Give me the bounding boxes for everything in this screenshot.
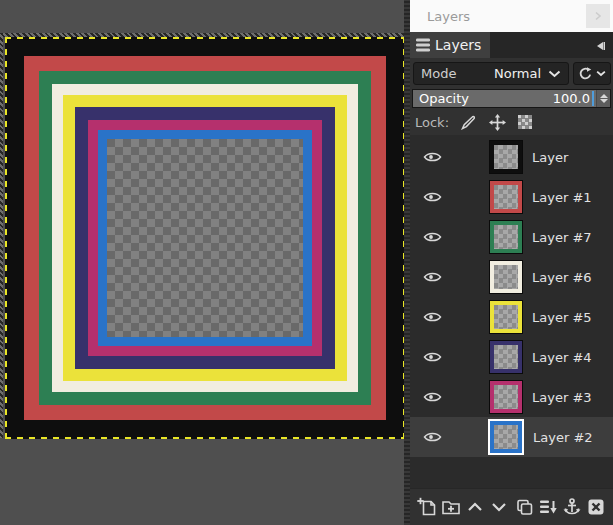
tab-layers[interactable]: Layers [410, 32, 490, 58]
layer-thumbnail[interactable] [489, 260, 523, 294]
eye-icon [423, 271, 442, 283]
layer-row-layer-6[interactable]: Layer #6 [410, 257, 613, 297]
visibility-toggle[interactable] [410, 151, 454, 163]
layer-thumbnail[interactable] [488, 419, 524, 455]
chevron-down-icon [596, 70, 606, 77]
opacity-label: Opacity [419, 91, 553, 106]
layer-boundary-bottom [5, 437, 404, 439]
layer-row-layer-3[interactable]: Layer #3 [410, 377, 613, 417]
dock-corner-button[interactable] [586, 4, 610, 28]
layer-row-layer-5[interactable]: Layer #5 [410, 297, 613, 337]
canvas-frame-4 [63, 95, 347, 381]
merge-down-icon [538, 497, 558, 517]
spin-up-icon [600, 94, 608, 98]
canvas-frame-3 [52, 84, 358, 392]
layer-name: Layer [532, 150, 568, 165]
layer-name: Layer #6 [532, 270, 592, 285]
selection-ants-left [0, 33, 3, 438]
new-layer-button[interactable] [416, 496, 438, 518]
layer-row-layer-7[interactable]: Layer #7 [410, 217, 613, 257]
eye-icon [423, 191, 442, 203]
opacity-slider[interactable]: Opacity 100.0 [412, 89, 611, 108]
lock-alpha-button[interactable] [518, 115, 532, 129]
layer-thumbnail[interactable] [489, 380, 523, 414]
layer-controls: Mode Normal [410, 58, 613, 135]
mode-label: Mode [421, 66, 456, 81]
chevron-down-icon [548, 70, 561, 78]
eye-icon [423, 311, 442, 323]
visibility-toggle[interactable] [410, 311, 454, 323]
lock-label: Lock: [415, 115, 449, 130]
alpha-checkerboard-icon [518, 115, 532, 129]
chevron-down-icon [489, 497, 509, 517]
visibility-toggle[interactable] [410, 191, 454, 203]
eye-icon [423, 231, 442, 243]
layer-thumbnail[interactable] [489, 300, 523, 334]
canvas-frame-1 [24, 56, 386, 420]
tab-label: Layers [435, 37, 481, 53]
chevron-right-icon [593, 11, 603, 21]
layer-name: Layer #2 [533, 430, 593, 445]
new-group-button[interactable] [440, 496, 462, 518]
gimp-window: Layers Layers [0, 0, 613, 525]
layer-name: Layer #5 [532, 310, 592, 325]
layer-row-layer-2[interactable]: Layer #2 [410, 417, 613, 457]
new-layer-icon [417, 497, 437, 517]
chevron-up-icon [465, 497, 485, 517]
canvas-frame-7 [98, 130, 312, 346]
layer-row-layer-4[interactable]: Layer #4 [410, 337, 613, 377]
thumbnail-frame [490, 421, 522, 453]
image-canvas[interactable] [0, 0, 404, 525]
paintbrush-icon [461, 115, 477, 130]
delete-icon [586, 497, 606, 517]
mode-dropdown[interactable]: Mode Normal [413, 62, 569, 85]
thumbnail-frame [490, 341, 522, 373]
thumbnail-frame [490, 181, 522, 213]
move-cross-icon [489, 114, 506, 131]
visibility-toggle[interactable] [410, 391, 454, 403]
dock-titlebar: Layers [410, 0, 613, 32]
layer-name: Layer #1 [532, 190, 592, 205]
canvas-frame-5 [75, 107, 335, 369]
layer-list: Layer Layer #1 Layer #7 Layer #6 Layer #… [410, 135, 613, 488]
visibility-toggle[interactable] [410, 431, 454, 443]
mode-value: Normal [494, 66, 541, 81]
lock-pixels-button[interactable] [461, 115, 477, 130]
thumbnail-frame [490, 301, 522, 333]
layer-boundary-right [403, 37, 404, 439]
duplicate-layer-button[interactable] [513, 496, 535, 518]
anchor-layer-button[interactable] [561, 496, 583, 518]
canvas-frame-2 [39, 71, 371, 405]
layer-name: Layer #4 [532, 350, 592, 365]
spin-down-icon [600, 99, 608, 103]
visibility-toggle[interactable] [410, 351, 454, 363]
raise-layer-button[interactable] [464, 496, 486, 518]
transparent-checker-region [107, 139, 303, 337]
new-group-icon [441, 497, 461, 517]
layer-thumbnail[interactable] [489, 220, 523, 254]
mode-options-button[interactable] [573, 62, 611, 85]
tab-menu-button[interactable] [592, 38, 608, 53]
opacity-spinner[interactable] [596, 90, 610, 107]
canvas-frame-6 [88, 120, 322, 356]
layer-thumbnail[interactable] [489, 180, 523, 214]
eye-icon [423, 151, 442, 163]
visibility-toggle[interactable] [410, 231, 454, 243]
layer-thumbnail[interactable] [489, 140, 523, 174]
layer-name: Layer #3 [532, 390, 592, 405]
anchor-icon [562, 497, 582, 517]
eye-icon [423, 431, 442, 443]
layer-row-layer-1[interactable]: Layer #1 [410, 177, 613, 217]
layer-row-layer[interactable]: Layer [410, 137, 613, 177]
eye-icon [423, 351, 442, 363]
layers-stack-icon [415, 37, 432, 53]
lock-position-button[interactable] [489, 114, 506, 131]
eye-icon [423, 391, 442, 403]
delete-layer-button[interactable] [585, 496, 607, 518]
visibility-toggle[interactable] [410, 271, 454, 283]
layer-name: Layer #7 [532, 230, 592, 245]
lower-layer-button[interactable] [488, 496, 510, 518]
thumbnail-frame [490, 381, 522, 413]
layer-thumbnail[interactable] [489, 340, 523, 374]
merge-down-button[interactable] [537, 496, 559, 518]
